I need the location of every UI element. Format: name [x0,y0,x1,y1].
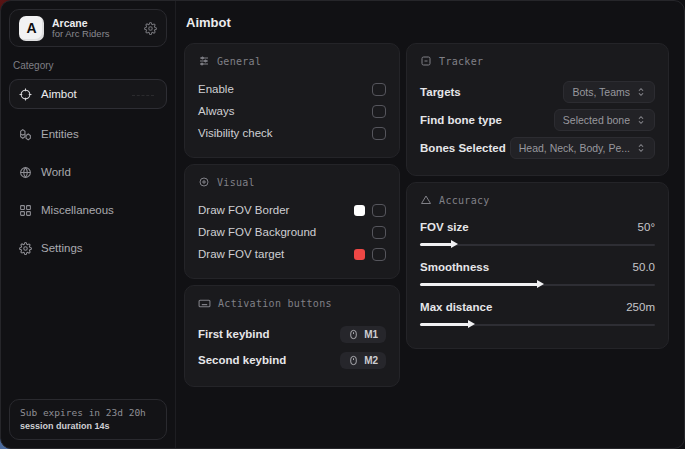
app-window: A Arcane for Arc Riders Category Aimbot [0,0,685,449]
draw-fov-background-checkbox[interactable] [372,226,386,239]
setting-row: Always [198,100,386,122]
fov-target-color-swatch[interactable] [354,249,365,260]
gear-icon[interactable] [144,22,157,35]
mouse-icon [348,355,359,366]
slider-value: 250m [626,301,655,313]
slider-value: 50.0 [633,261,655,273]
enable-checkbox[interactable] [372,83,386,96]
mouse-icon [348,329,359,340]
category-label: Category [13,60,163,71]
targets-dropdown[interactable]: Bots, Teams [563,81,655,103]
brand-text: Arcane for Arc Riders [52,17,136,40]
setting-label: Draw FOV target [198,248,284,260]
bones-selected-dropdown[interactable]: Head, Neck, Body, Pe... [510,137,655,159]
grid-icon [19,204,32,217]
slider-row: Smoothness 50.0 [420,257,655,291]
fov-circle-icon [198,176,210,188]
panel-title: General [217,56,261,67]
panel-accuracy: Accuracy FOV size 50° [406,182,669,349]
globe-icon [19,166,32,179]
sidebar-item-label: World [41,166,71,178]
slider-thumb[interactable] [451,240,458,248]
session-duration-text: session duration 14s [20,421,156,431]
panel-tracker: Tracker Targets Bots, Teams Find bone ty… [406,43,669,176]
panel-title: Visual [217,177,255,188]
keyboard-icon [198,297,211,310]
sidebar-item-settings[interactable]: Settings [9,233,167,263]
setting-label: Draw FOV Background [198,226,316,238]
brand-card[interactable]: A Arcane for Arc Riders [9,9,167,47]
panel-title: Tracker [439,56,483,67]
setting-row: Visibility check [198,122,386,144]
crosshair-icon [19,88,32,101]
slider-thumb[interactable] [468,320,475,328]
slider-thumb[interactable] [537,280,544,288]
setting-row: Find bone type Selected bone [420,106,655,134]
dropdown-value: Head, Neck, Body, Pe... [519,142,630,154]
setting-label: Second keybind [198,354,286,366]
setting-row: Draw FOV target [198,243,386,265]
page-title: Aimbot [186,15,669,30]
panel-general: General Enable Always Visibility check [184,43,400,158]
sidebar-item-label: Entities [41,128,79,140]
sidebar-item-miscellaneous[interactable]: Miscellaneous [9,195,167,225]
brand-name: Arcane [52,17,136,29]
setting-row: Enable [198,78,386,100]
panel-title: Activation buttons [218,298,332,309]
setting-label: Targets [420,86,461,98]
smoothness-slider[interactable] [420,279,655,291]
slider-row: Max distance 250m [420,297,655,331]
setting-row: First keybind M1 [198,321,386,347]
sidebar-item-world[interactable]: World [9,157,167,187]
sliders-icon [198,55,210,67]
slider-value: 50° [638,221,655,233]
visibility-check-checkbox[interactable] [372,127,386,140]
setting-label: FOV size [420,221,469,233]
panel-visual: Visual Draw FOV Border Draw FOV Backgrou… [184,164,400,279]
scan-icon [420,55,432,67]
panel-title: Accuracy [439,195,490,206]
fov-size-slider[interactable] [420,239,655,251]
draw-fov-border-checkbox[interactable] [372,204,386,217]
sidebar-item-label: Aimbot [41,88,77,100]
sidebar-item-label: Settings [41,242,83,254]
gear-icon [19,242,32,255]
setting-label: Find bone type [420,114,502,126]
sidebar-item-entities[interactable]: Entities [9,119,167,149]
find-bone-type-dropdown[interactable]: Selected bone [554,109,655,131]
subscription-card: Sub expires in 23d 20h session duration … [9,399,167,440]
draw-fov-target-checkbox[interactable] [372,248,386,261]
setting-label: Draw FOV Border [198,204,289,216]
panel-activation-buttons: Activation buttons First keybind M1 Seco… [184,285,400,387]
setting-row: Targets Bots, Teams [420,78,655,106]
chevrons-up-down-icon [636,115,646,125]
setting-row: Second keybind M2 [198,347,386,373]
chevrons-up-down-icon [636,143,646,153]
setting-label: Max distance [420,301,492,313]
setting-label: Always [198,105,234,117]
main-content: Aimbot General Enable Alw [176,1,684,448]
setting-row: Draw FOV Background [198,221,386,243]
setting-label: Visibility check [198,127,273,139]
boxes-icon [19,128,32,141]
brand-subtitle: for Arc Riders [52,29,136,40]
dropdown-value: Selected bone [563,114,630,126]
fov-border-color-swatch[interactable] [354,205,365,216]
sidebar-nav: Aimbot Entities World Miscellaneous [9,79,167,267]
max-distance-slider[interactable] [420,319,655,331]
setting-label: Smoothness [420,261,489,273]
sidebar-item-label: Miscellaneous [41,204,114,216]
dropdown-value: Bots, Teams [572,86,630,98]
second-keybind-button[interactable]: M2 [340,352,386,369]
first-keybind-button[interactable]: M1 [340,326,386,343]
sidebar: A Arcane for Arc Riders Category Aimbot [1,1,176,448]
setting-label: Bones Selected [420,142,506,154]
setting-label: First keybind [198,328,270,340]
keybind-value: M2 [364,355,378,366]
always-checkbox[interactable] [372,105,386,118]
triangle-icon [420,194,432,206]
setting-row: Bones Selected Head, Neck, Body, Pe... [420,134,655,162]
sidebar-item-aimbot[interactable]: Aimbot [9,79,167,109]
brand-logo: A [19,16,44,41]
sub-expiry-text: Sub expires in 23d 20h [20,407,156,418]
